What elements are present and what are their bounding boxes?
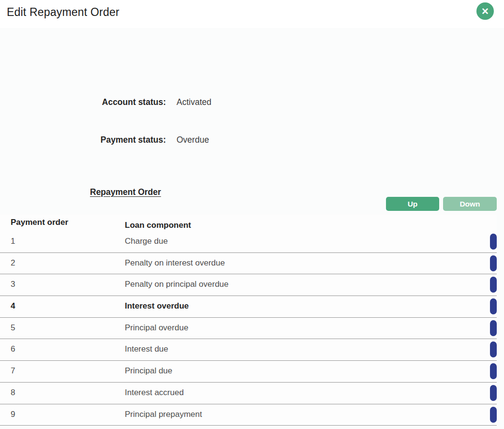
row-payment-order: 6 [11, 344, 15, 354]
drag-handle[interactable] [490, 277, 497, 293]
dialog-body: Account status: Activated Payment status… [0, 28, 504, 429]
payment-status-label: Payment status: [0, 135, 166, 145]
close-button[interactable]: ✕ [476, 2, 494, 20]
drag-handle[interactable] [490, 298, 497, 314]
drag-handle[interactable] [490, 385, 497, 401]
row-loan-component: Principal prepayment [125, 410, 202, 419]
repayment-order-heading: Repayment Order [90, 187, 161, 197]
table-row[interactable]: 8 Interest accrued [0, 383, 497, 404]
table-row[interactable]: 2 Penalty on interest overdue [0, 253, 497, 275]
table-row[interactable]: 1 Charge due [0, 231, 497, 253]
row-loan-component: Penalty on principal overdue [125, 280, 229, 289]
drag-handle[interactable] [490, 341, 497, 357]
table-row[interactable]: 6 Interest due [0, 339, 497, 361]
drag-handle[interactable] [490, 234, 497, 250]
row-loan-component: Interest overdue [125, 301, 189, 311]
table-row[interactable]: 4 Interest overdue [0, 296, 497, 318]
repayment-table-body: 1 Charge due 2 Penalty on interest overd… [0, 231, 497, 426]
column-header-payment-order: Payment order [11, 218, 68, 227]
dialog-header: Edit Repayment Order ✕ [0, 0, 504, 28]
page-title: Edit Repayment Order [7, 6, 119, 19]
row-payment-order: 9 [11, 410, 15, 419]
table-row[interactable]: 7 Principal due [0, 361, 497, 383]
payment-status-row: Payment status: Overdue [0, 135, 290, 147]
row-payment-order: 2 [11, 258, 15, 268]
payment-status-value: Overdue [177, 135, 209, 145]
close-icon: ✕ [481, 7, 489, 16]
up-button[interactable]: Up [386, 197, 439, 211]
account-status-row: Account status: Activated [0, 97, 290, 109]
down-button[interactable]: Down [443, 197, 497, 211]
row-loan-component: Principal due [125, 366, 172, 376]
row-payment-order: 3 [11, 280, 15, 289]
drag-handle[interactable] [490, 363, 497, 379]
edit-repayment-order-dialog: Edit Repayment Order ✕ Account status: A… [0, 0, 504, 429]
drag-handle[interactable] [490, 407, 497, 423]
row-payment-order: 1 [11, 237, 15, 246]
row-loan-component: Interest due [125, 344, 168, 354]
row-loan-component: Principal overdue [125, 323, 188, 333]
row-payment-order: 4 [11, 301, 15, 311]
table-row[interactable]: 5 Principal overdue [0, 318, 497, 340]
table-row[interactable]: 9 Principal prepayment [0, 404, 497, 426]
row-loan-component: Interest accrued [125, 388, 184, 398]
table-row[interactable]: 3 Penalty on principal overdue [0, 274, 497, 296]
drag-handle[interactable] [490, 255, 497, 271]
row-payment-order: 5 [11, 323, 15, 333]
account-status-label: Account status: [0, 97, 166, 107]
drag-handle[interactable] [490, 320, 497, 336]
account-status-value: Activated [177, 97, 211, 107]
row-payment-order: 8 [11, 388, 15, 398]
row-loan-component: Penalty on interest overdue [125, 258, 225, 268]
repayment-table-header: Payment order Loan component [0, 215, 497, 231]
row-payment-order: 7 [11, 366, 15, 376]
row-loan-component: Charge due [125, 237, 168, 246]
column-header-loan-component: Loan component [125, 221, 191, 230]
